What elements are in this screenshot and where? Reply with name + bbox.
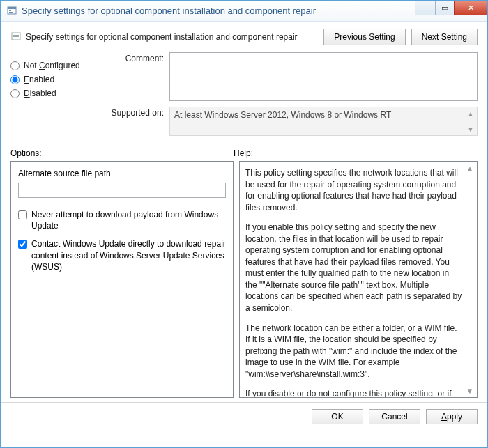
apply-button[interactable]: Apply [426, 409, 478, 424]
contact-wu-checkbox[interactable] [18, 240, 27, 249]
header-subtitle: Specify settings for optional component … [26, 32, 318, 42]
help-paragraph: The network location can be either a fol… [245, 323, 463, 380]
never-download-row[interactable]: Never attempt to download payload from W… [18, 209, 226, 231]
scroll-down-icon: ▼ [466, 124, 475, 134]
top-section: Not Configured Enabled Disabled Comment:… [1, 49, 487, 143]
window-title: Specify settings for optional component … [22, 6, 415, 16]
help-text: This policy setting specifies the networ… [245, 167, 463, 398]
alt-path-input[interactable] [18, 183, 226, 198]
state-radios: Not Configured Enabled Disabled [10, 52, 94, 136]
titlebar: Specify settings for optional component … [1, 1, 487, 22]
comment-row: Comment: [101, 52, 478, 101]
help-paragraph: This policy setting specifies the networ… [245, 167, 463, 213]
svg-rect-1 [8, 7, 16, 9]
comment-textarea[interactable] [169, 52, 478, 101]
cancel-button[interactable]: Cancel [369, 409, 420, 424]
options-panel: Alternate source file path Never attempt… [10, 161, 234, 398]
supported-text: At least Windows Server 2012, Windows 8 … [174, 110, 391, 120]
alt-path-label: Alternate source file path [18, 169, 226, 178]
help-section-label: Help: [234, 148, 253, 158]
help-panel: ▲ ▼ This policy setting specifies the ne… [239, 161, 478, 398]
supported-row: Supported on: At least Windows Server 20… [101, 107, 478, 136]
radio-enabled[interactable]: Enabled [10, 75, 94, 84]
scroll-up-icon: ▲ [466, 109, 475, 118]
policy-icon [10, 31, 22, 43]
comment-label: Comment: [101, 52, 164, 101]
help-paragraph: If you disable or do not configure this … [245, 388, 463, 398]
never-download-label: Never attempt to download payload from W… [31, 209, 226, 231]
svg-rect-5 [13, 35, 19, 36]
help-paragraph: If you enable this policy setting and sp… [245, 222, 463, 314]
radio-enabled-label: Enabled [24, 75, 54, 84]
header: Specify settings for optional component … [1, 22, 487, 49]
contact-wu-label: Contact Windows Update directly to downl… [31, 238, 226, 272]
scroll-down-icon[interactable]: ▼ [465, 386, 475, 396]
footer: OK Cancel Apply [1, 402, 487, 430]
svg-rect-3 [9, 12, 13, 13]
supported-textarea: At least Windows Server 2012, Windows 8 … [169, 107, 478, 136]
scroll-up-icon[interactable]: ▲ [465, 163, 475, 173]
svg-rect-6 [13, 36, 19, 37]
svg-rect-2 [9, 10, 11, 11]
radio-not-configured[interactable]: Not Configured [10, 61, 94, 70]
supported-label: Supported on: [101, 107, 164, 136]
window-buttons: ─ ▭ ✕ [415, 1, 487, 17]
radio-not-configured-input[interactable] [10, 61, 20, 70]
options-section-label: Options: [10, 148, 234, 158]
app-icon [6, 6, 17, 17]
next-setting-button[interactable]: Next Setting [411, 29, 478, 45]
svg-rect-7 [13, 38, 17, 38]
radio-disabled[interactable]: Disabled [10, 88, 94, 98]
panels: Alternate source file path Never attempt… [1, 161, 487, 398]
section-labels: Options: Help: [1, 143, 487, 161]
previous-setting-button[interactable]: Previous Setting [323, 29, 405, 45]
never-download-checkbox[interactable] [18, 210, 27, 219]
ok-button[interactable]: OK [312, 409, 363, 424]
radio-disabled-label: Disabled [24, 88, 56, 98]
kv-column: Comment: Supported on: At least Windows … [101, 52, 478, 136]
minimize-button[interactable]: ─ [415, 1, 436, 15]
close-button[interactable]: ✕ [454, 1, 487, 15]
maximize-button[interactable]: ▭ [435, 1, 455, 15]
radio-not-configured-label: Not Configured [24, 61, 80, 70]
radio-disabled-input[interactable] [10, 89, 20, 98]
radio-enabled-input[interactable] [10, 75, 20, 84]
contact-wu-row[interactable]: Contact Windows Update directly to downl… [18, 238, 226, 272]
